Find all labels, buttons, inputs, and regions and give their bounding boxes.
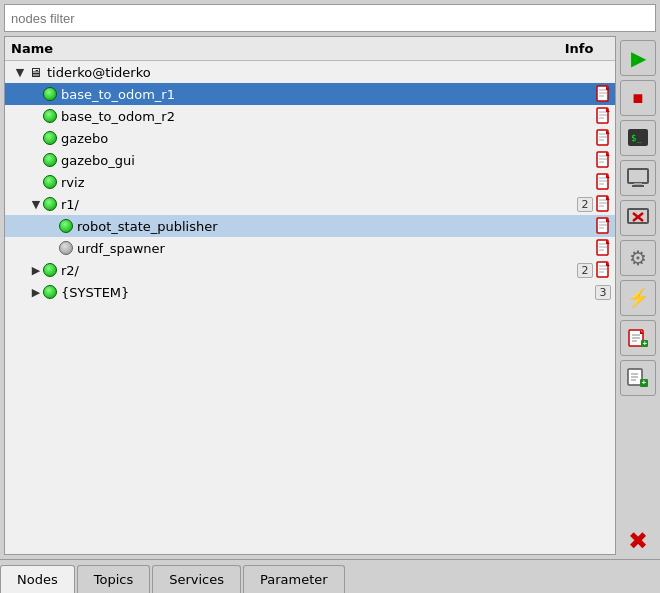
tab-nodes[interactable]: Nodes (0, 565, 75, 593)
tree-row-rviz[interactable]: rviz (5, 171, 615, 193)
tree-panel: Name Info ▼ 🖥 tiderko@tiderko (4, 36, 616, 555)
r2-info: 2 (551, 261, 611, 279)
green-node-icon (43, 87, 57, 101)
tree-row-r2[interactable]: ▶ r2/ 2 (5, 259, 615, 281)
column-info: Info (549, 41, 609, 56)
green-node-icon (43, 175, 57, 189)
tree-body: ▼ 🖥 tiderko@tiderko base_to_odom_r1 (5, 61, 615, 554)
node-info (551, 129, 611, 147)
green-node-icon (43, 285, 57, 299)
green-node-icon (43, 131, 57, 145)
node-info (551, 173, 611, 191)
doc-icon[interactable] (595, 195, 611, 213)
svg-text:$_: $_ (631, 133, 642, 143)
green-node-icon (43, 109, 57, 123)
tree-row-root[interactable]: ▼ 🖥 tiderko@tiderko (5, 61, 615, 83)
tree-row-gazebo[interactable]: gazebo (5, 127, 615, 149)
node-label: gazebo_gui (61, 153, 135, 168)
doc-icon[interactable] (595, 107, 611, 125)
system-badge: 3 (595, 285, 611, 300)
kill-button[interactable] (620, 200, 656, 236)
add-button[interactable]: + (620, 360, 656, 396)
svg-rect-47 (628, 169, 648, 183)
green-node-icon (43, 197, 57, 211)
edit-button[interactable]: + (620, 320, 656, 356)
node-info (551, 107, 611, 125)
tab-services[interactable]: Services (152, 565, 241, 593)
r1-expander[interactable]: ▼ (29, 198, 43, 211)
main-container: Name Info ▼ 🖥 tiderko@tiderko (0, 0, 660, 593)
system-expander[interactable]: ▶ (29, 286, 43, 299)
column-name: Name (11, 41, 549, 56)
run-button[interactable]: ▶ (620, 40, 656, 76)
tab-parameter[interactable]: Parameter (243, 565, 345, 593)
doc-icon[interactable] (595, 151, 611, 169)
tree-row-urdf-spawner[interactable]: urdf_spawner (5, 237, 615, 259)
green-node-icon (43, 153, 57, 167)
node-label: rviz (61, 175, 84, 190)
r1-info: 2 (551, 195, 611, 213)
settings-button[interactable]: ⚙ (620, 240, 656, 276)
node-label: r1/ (61, 197, 79, 212)
doc-icon[interactable] (595, 129, 611, 147)
doc-icon[interactable] (595, 217, 611, 235)
tree-header: Name Info (5, 37, 615, 61)
r1-badge: 2 (577, 197, 593, 212)
svg-text:+: + (643, 339, 648, 348)
doc-icon[interactable] (595, 173, 611, 191)
tree-row-gazebo-gui[interactable]: gazebo_gui (5, 149, 615, 171)
node-info (551, 239, 611, 257)
tree-row-r1[interactable]: ▼ r1/ 2 (5, 193, 615, 215)
green-node-icon (43, 263, 57, 277)
doc-icon[interactable] (595, 85, 611, 103)
tree-row-robot-state-publisher[interactable]: robot_state_publisher (5, 215, 615, 237)
node-label: urdf_spawner (77, 241, 165, 256)
doc-icon[interactable] (595, 261, 611, 279)
stop-button[interactable]: ■ (620, 80, 656, 116)
delete-icon[interactable]: ✖ (628, 527, 648, 555)
r2-badge: 2 (577, 263, 593, 278)
right-toolbar: ▶ ■ $_ (616, 36, 660, 559)
node-label: r2/ (61, 263, 79, 278)
node-label: base_to_odom_r1 (61, 87, 175, 102)
node-label: gazebo (61, 131, 108, 146)
system-info: 3 (551, 285, 611, 300)
svg-text:+: + (642, 378, 647, 387)
gray-node-icon (59, 241, 73, 255)
content-area: Name Info ▼ 🖥 tiderko@tiderko (0, 36, 660, 559)
node-info (551, 217, 611, 235)
doc-icon[interactable] (595, 239, 611, 257)
node-info (551, 85, 611, 103)
tree-row-base-to-odom-r1[interactable]: base_to_odom_r1 (5, 83, 615, 105)
bottom-tabs: Nodes Topics Services Parameter (0, 559, 660, 593)
root-label: tiderko@tiderko (47, 65, 151, 80)
node-label: base_to_odom_r2 (61, 109, 175, 124)
tree-row-system[interactable]: ▶ {SYSTEM} 3 (5, 281, 615, 303)
green-node-icon (59, 219, 73, 233)
nodes-filter-input[interactable] (4, 4, 656, 32)
activate-button[interactable]: ⚡ (620, 280, 656, 316)
node-label: robot_state_publisher (77, 219, 218, 234)
screen-button[interactable] (620, 160, 656, 196)
root-folder-icon: 🖥 (27, 65, 43, 79)
r2-expander[interactable]: ▶ (29, 264, 43, 277)
terminal-button[interactable]: $_ (620, 120, 656, 156)
root-expander[interactable]: ▼ (13, 66, 27, 79)
tree-row-base-to-odom-r2[interactable]: base_to_odom_r2 (5, 105, 615, 127)
node-label: {SYSTEM} (61, 285, 129, 300)
tab-topics[interactable]: Topics (77, 565, 150, 593)
node-info (551, 151, 611, 169)
